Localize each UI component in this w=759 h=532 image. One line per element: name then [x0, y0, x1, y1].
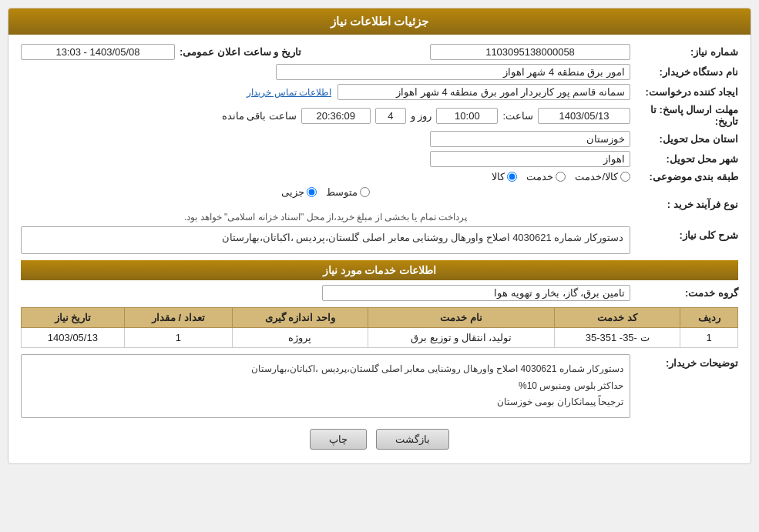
ijad-konande-label: ایجاد کننده درخواست:	[630, 86, 738, 98]
col-tedad: تعداد / مقدار	[124, 308, 232, 328]
tawzih-label: توضیحات خریدار:	[630, 354, 738, 369]
motavasset-option: متوسط	[326, 186, 358, 198]
nam-dastgah-value: امور برق منطقه 4 شهر اهواز	[276, 64, 630, 80]
mohlat-saat-label: ساعت:	[502, 110, 533, 122]
shahr-value: اهواز	[430, 151, 630, 167]
mohlat-baqi-value: 20:36:09	[301, 108, 371, 124]
grouh-khedmat-value: تامین برق، گاز، بخار و تهویه هوا	[322, 285, 630, 301]
mohlat-label: مهلت ارسال پاسخ: تا تاریخ:	[630, 104, 738, 127]
col-name: نام خدمت	[368, 308, 555, 328]
mohlat-roz-label: روز و	[411, 110, 432, 122]
tabaqe-label: طبقه بندی موضوعی:	[630, 171, 738, 182]
tarikh-label: تاریخ و ساعت اعلان عمومی:	[180, 46, 301, 58]
khadamat-section-title: اطلاعات خدمات مورد نیاز	[21, 260, 738, 280]
col-radif: ردیف	[680, 308, 738, 328]
jozvi-option: جزیی	[281, 186, 304, 198]
col-unit: واحد اندازه گیری	[232, 308, 368, 328]
grouh-khedmat-label: گروه خدمت:	[630, 287, 738, 299]
tawzih-value: دستورکار شماره 4030621 اصلاح واورهال روش…	[21, 354, 630, 418]
col-tarikh: تاریخ نیاز	[22, 308, 125, 328]
sharh-niaz-value: دستورکار شماره 4030621 اصلاح واورهال روش…	[21, 226, 630, 254]
col-kod: کد خدمت	[555, 308, 680, 328]
services-table: ردیف کد خدمت نام خدمت واحد اندازه گیری ت…	[21, 307, 738, 348]
khedmat-option: خدمت	[526, 171, 553, 182]
page-title: جزئیات اطلاعات نیاز	[8, 8, 751, 35]
mohlat-baqi-label: ساعت باقی مانده	[222, 110, 297, 122]
radio-motavasset[interactable]: متوسط	[326, 186, 370, 198]
ijad-konande-value: سمانه قاسم پور کاربردار امور برق منطقه 4…	[338, 84, 630, 100]
ostan-label: استان محل تحویل:	[630, 133, 738, 145]
table-row: 1ت -35- 351-35تولید، انتقال و توزیع برقپ…	[22, 328, 738, 348]
tarikh-value: 1403/05/08 - 13:03	[21, 44, 175, 60]
radio-kala-khedmat[interactable]: کالا/خدمت	[575, 171, 630, 182]
print-button[interactable]: چاپ	[310, 429, 367, 450]
mohlat-saat-value: 10:00	[436, 108, 498, 124]
radio-kala[interactable]: کالا	[492, 171, 517, 182]
mohlat-date: 1403/05/13	[538, 108, 630, 124]
ostan-value: خوزستان	[430, 131, 630, 147]
kala-option: کالا	[492, 171, 505, 182]
purchase-note: پرداخت تمام یا بخشی از مبلغ خرید،از محل …	[184, 212, 467, 223]
shahr-label: شهر محل تحویل:	[630, 153, 738, 165]
noue-farayand-label: نوع فرآیند خرید :	[630, 199, 738, 210]
mohlat-roz-value: 4	[375, 108, 406, 124]
sharh-niaz-label: شرح کلی نیاز:	[630, 226, 738, 241]
radio-jozvi[interactable]: جزیی	[281, 186, 317, 198]
nam-dastgah-label: نام دستگاه خریدار:	[630, 66, 738, 78]
kala-khedmat-option: کالا/خدمت	[575, 171, 618, 182]
back-button[interactable]: بازگشت	[376, 429, 449, 450]
radio-khedmat[interactable]: خدمت	[526, 171, 566, 182]
shomare-niaz-value: 1103095138000058	[430, 44, 630, 60]
ijad-konande-link[interactable]: اطلاعات تماس خریدار	[247, 87, 331, 98]
shomare-niaz-label: شماره نیاز:	[630, 46, 738, 58]
